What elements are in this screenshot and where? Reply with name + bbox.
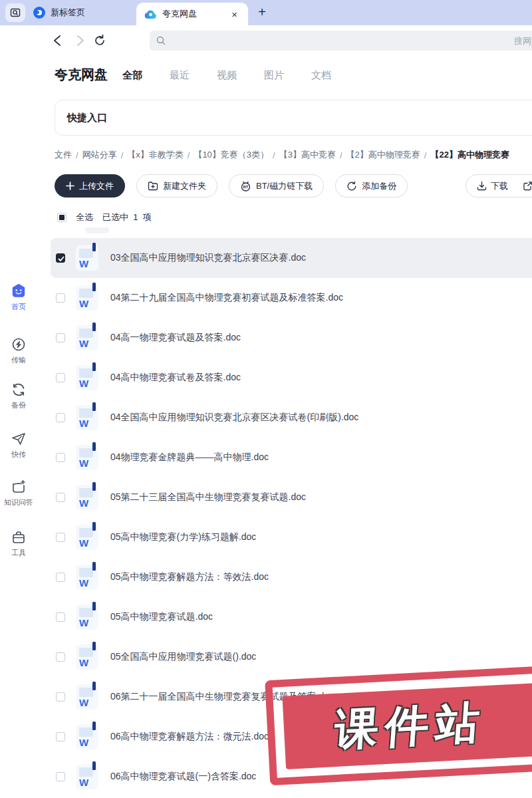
file-row[interactable]: W 04物理竞赛金牌题典——高中物理.doc	[51, 438, 532, 477]
tab-search-button[interactable]	[5, 3, 25, 22]
file-name: 04物理竞赛金牌题典——高中物理.doc	[110, 452, 269, 464]
upload-file-label: 上传文件	[79, 180, 114, 192]
browser-tab-quark-pan[interactable]: 夸克网盘 ×	[136, 3, 248, 25]
file-checkbox[interactable]	[56, 652, 65, 662]
sidebar: 首页 传输 备份 快传	[0, 56, 37, 798]
home-icon	[10, 282, 27, 299]
tab-all[interactable]: 全部	[122, 69, 142, 82]
quick-entry-title: 快捷入口	[67, 112, 107, 124]
file-row[interactable]: W 05全国高中应用物理竞赛试题().doc	[51, 637, 532, 677]
word-doc-icon: W	[76, 565, 98, 590]
file-checkbox[interactable]	[56, 772, 65, 781]
file-row[interactable]: W 04全国高中应用物理知识竞赛北京赛区决赛试卷(印刷版).doc	[51, 398, 532, 438]
file-row[interactable]: W 06第二十一届全国高中生物理竞赛复赛试题及答案.doc	[51, 677, 532, 717]
sidebar-item-tools[interactable]: 工具	[0, 529, 37, 558]
main-content: 夸克网盘 全部 最近 视频 图片 文档 快捷入口 文件/网站分享/【x】非教学类…	[37, 56, 532, 798]
tab-image[interactable]: 图片	[264, 69, 284, 82]
selection-bar: 全选 已选中 1 项	[57, 211, 152, 223]
app-body: 首页 传输 备份 快传	[0, 56, 532, 798]
breadcrumb-item: 【22】高中物理竞赛	[430, 149, 509, 161]
file-checkbox[interactable]	[56, 333, 65, 342]
toolbox-icon	[11, 529, 27, 545]
file-row[interactable]: W 05第二十三届全国高中生物理竞赛复赛试题.doc	[51, 477, 532, 517]
file-checkbox[interactable]	[56, 612, 65, 622]
word-doc-icon: W	[76, 604, 98, 630]
file-checkbox[interactable]	[56, 573, 65, 582]
sidebar-item-knowledge-qa[interactable]: 知识问答	[0, 479, 37, 507]
file-checkbox[interactable]	[56, 732, 65, 741]
breadcrumb-item[interactable]: 文件	[55, 149, 72, 161]
add-backup-icon	[346, 181, 357, 192]
bt-download-icon: BT	[240, 181, 251, 192]
sidebar-item-quick-send[interactable]: 快传	[0, 431, 37, 460]
file-row[interactable]: W 04第二十九届全国高中物理竞赛初赛试题及标准答案.doc	[51, 278, 532, 318]
browser-tab-newtab[interactable]: 新标签页	[25, 0, 93, 25]
file-checkbox[interactable]	[56, 293, 65, 303]
breadcrumb-separator: /	[340, 150, 342, 160]
file-name: 06高中物理竞赛解题方法：微元法.doc	[110, 731, 269, 743]
file-row[interactable]: W 06高中物理竞赛试题(一)含答案.doc	[51, 757, 532, 797]
select-all-label[interactable]: 全选	[76, 211, 93, 223]
sidebar-item-label: 工具	[11, 548, 26, 558]
bt-download-label: BT/磁力链下载	[256, 180, 313, 192]
file-checkbox[interactable]	[56, 253, 65, 263]
file-row[interactable]: W 05高中物理竞赛解题方法：等效法.doc	[51, 557, 532, 597]
forward-icon[interactable]	[73, 34, 86, 47]
new-tab-button[interactable]: +	[253, 4, 271, 21]
breadcrumb-item[interactable]: 【x】非教学类	[127, 149, 184, 161]
share-icon	[523, 181, 532, 191]
sidebar-item-backup[interactable]: 备份	[0, 382, 37, 410]
quick-entry-card[interactable]: 快捷入口	[55, 100, 532, 136]
tab-document[interactable]: 文档	[311, 69, 331, 82]
file-checkbox[interactable]	[56, 493, 65, 502]
quark-pan-logo-icon	[144, 9, 157, 19]
refresh-icon[interactable]	[93, 34, 106, 47]
download-button[interactable]: 下载	[477, 180, 508, 192]
breadcrumb: 文件/网站分享/【x】非教学类/【10】竞赛（3类）/【3】高中竞赛/【2】高中…	[55, 149, 509, 161]
file-checkbox[interactable]	[56, 373, 65, 382]
breadcrumb-item[interactable]: 【2】高中物理竞赛	[346, 149, 420, 161]
back-icon[interactable]	[51, 34, 65, 47]
file-name: 04高一物理竞赛试题及答案.doc	[110, 332, 241, 344]
breadcrumb-item[interactable]: 【10】竞赛（3类）	[194, 149, 269, 161]
file-row[interactable]: W 04高中物理竞赛试卷及答案.doc	[51, 358, 532, 398]
bt-magnet-download-button[interactable]: BT BT/磁力链下载	[229, 174, 324, 198]
page-title: 夸克网盘	[55, 66, 108, 84]
scrolled-item-edge	[85, 227, 109, 233]
action-bar: 上传文件 新建文件夹 BT BT/磁力链下载	[55, 174, 408, 198]
file-row[interactable]: W 06高中物理竞赛解题方法：微元法.doc	[51, 717, 532, 757]
file-name: 06高中物理竞赛试题(一)含答案.doc	[110, 771, 256, 783]
breadcrumb-separator: /	[188, 150, 190, 160]
select-all-checkbox[interactable]	[57, 213, 66, 222]
file-row[interactable]: W 05高中物理竞赛试题.doc	[51, 597, 532, 637]
breadcrumb-separator: /	[121, 150, 124, 160]
file-row[interactable]: W 03全国高中应用物理知识竞赛北京赛区决赛.doc	[51, 238, 532, 278]
add-backup-button[interactable]: 添加备份	[335, 174, 408, 198]
new-folder-button[interactable]: 新建文件夹	[136, 174, 217, 198]
tab-recent[interactable]: 最近	[170, 69, 190, 82]
word-doc-icon: W	[76, 445, 98, 470]
file-row[interactable]: W 05高中物理竞赛(力学)练习题解.doc	[51, 517, 532, 557]
file-checkbox[interactable]	[56, 533, 65, 542]
drive-search-input[interactable]: 搜网盘	[150, 31, 532, 51]
sidebar-item-home[interactable]: 首页	[0, 282, 37, 312]
file-checkbox[interactable]	[56, 692, 65, 702]
sidebar-item-transfer[interactable]: 传输	[0, 336, 37, 365]
tab-label: 新标签页	[51, 7, 85, 19]
word-doc-icon: W	[76, 525, 98, 550]
close-tab-icon[interactable]: ×	[229, 8, 240, 21]
upload-file-button[interactable]: 上传文件	[55, 174, 125, 198]
word-doc-icon: W	[76, 644, 98, 670]
file-checkbox[interactable]	[56, 413, 65, 422]
file-name: 04第二十九届全国高中物理竞赛初赛试题及标准答案.doc	[110, 292, 343, 304]
word-doc-icon: W	[76, 325, 98, 350]
file-row[interactable]: W 04高一物理竞赛试题及答案.doc	[51, 318, 532, 358]
tab-video[interactable]: 视频	[217, 69, 237, 82]
file-checkbox[interactable]	[56, 453, 65, 462]
file-name: 05第二十三届全国高中生物理竞赛复赛试题.doc	[110, 491, 306, 503]
breadcrumb-item[interactable]: 【3】高中竞赛	[279, 149, 336, 161]
new-folder-icon	[148, 181, 158, 191]
share-button[interactable]: 分享	[523, 180, 532, 192]
breadcrumb-item[interactable]: 网站分享	[82, 149, 117, 161]
search-icon	[156, 35, 166, 46]
